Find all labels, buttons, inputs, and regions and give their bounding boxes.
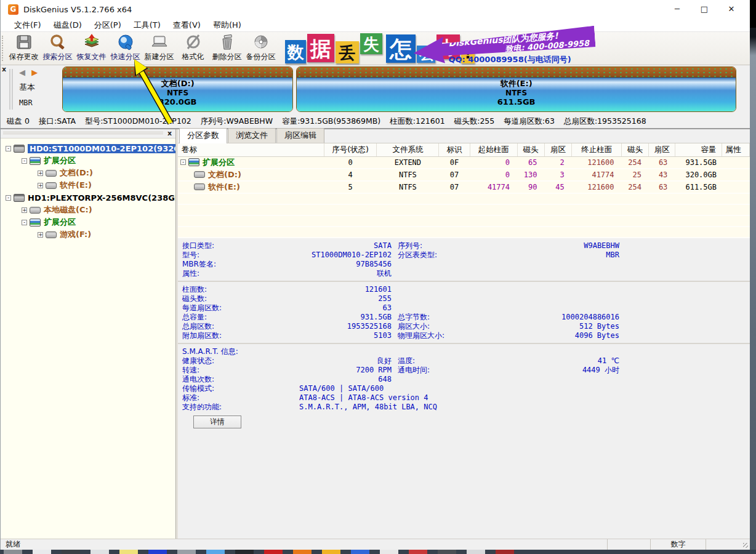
- partition-block-d[interactable]: 文档(D:) NTFS 320.0GB: [62, 66, 293, 112]
- tree-item-games-f[interactable]: + 游戏(F:): [1, 228, 175, 241]
- taskbar-icon[interactable]: [409, 550, 427, 554]
- detail-label: 接口类型:: [182, 241, 275, 251]
- resize-grip[interactable]: [740, 539, 750, 550]
- menu-view[interactable]: 查看(V): [167, 18, 207, 32]
- col-header[interactable]: 属性: [722, 143, 749, 156]
- col-header[interactable]: 磁头: [517, 143, 544, 156]
- taskbar-icon[interactable]: [90, 550, 109, 554]
- format-button[interactable]: 格式化: [176, 32, 210, 65]
- tree-item-docs-d[interactable]: + 文档(D:): [1, 167, 175, 179]
- table-row-docs-d[interactable]: 文档(D:) 4 NTFS 07 0 130 3 41774 25 43 320…: [178, 169, 750, 181]
- col-header[interactable]: 起始柱面: [470, 143, 517, 156]
- tree-toggle-icon[interactable]: -: [22, 220, 27, 225]
- taskbar-icon[interactable]: [293, 550, 312, 554]
- tree-item-hd0[interactable]: - HD0:ST1000DM010-2EP102(932GB): [1, 142, 175, 155]
- tree-item-local-c[interactable]: + 本地磁盘(C:): [1, 204, 175, 216]
- panel-filler: [178, 431, 750, 539]
- tab-sector-edit[interactable]: 扇区编辑: [276, 128, 324, 143]
- detail-label: 属性:: [182, 269, 275, 278]
- new-partition-icon: [150, 34, 169, 51]
- taskbar-icon[interactable]: [380, 550, 398, 554]
- tree-item-extended-hd0[interactable]: - 扩展分区: [1, 155, 175, 167]
- taskbar-icon[interactable]: [206, 550, 225, 554]
- overview-splitter[interactable]: [9, 69, 13, 110]
- col-header[interactable]: 卷标: [178, 143, 324, 156]
- prev-disk-arrow-icon[interactable]: ◀: [19, 68, 27, 77]
- backup-partition-button[interactable]: 备份分区: [244, 32, 278, 65]
- disk-identity-section: 接口类型:SATA序列号:W9ABEBHW 型号:ST1000DM010-2EP…: [178, 238, 750, 282]
- ad-banner[interactable]: 数 据 丢 失 怎 么 办 ! DiskGenius团队为您服务! 致电: 40…: [285, 32, 596, 65]
- disk-icon: [14, 145, 25, 153]
- smart-details-button[interactable]: 详情: [193, 416, 241, 428]
- taskbar-icon[interactable]: [322, 550, 340, 554]
- tree-toggle-icon[interactable]: +: [38, 232, 43, 238]
- col-header[interactable]: 终止柱面: [572, 143, 622, 156]
- taskbar-icon[interactable]: [33, 550, 51, 554]
- close-button[interactable]: ✕: [718, 0, 745, 18]
- menu-tools[interactable]: 工具(T): [127, 18, 167, 32]
- row-toggle-icon[interactable]: -: [180, 159, 186, 165]
- menu-disk[interactable]: 磁盘(D): [47, 18, 88, 32]
- recover-files-button[interactable]: 恢复文件: [74, 32, 108, 65]
- tree-close-icon[interactable]: x: [167, 129, 172, 138]
- tree-item-hd1[interactable]: - HD1:PLEXTORPX-256M8VC(238GB): [1, 191, 175, 204]
- tree-item-extended-hd1[interactable]: - 扩展分区: [1, 216, 175, 228]
- title-bar: G DiskGenius V5.1.2.766 x64 ─ □ ✕: [1, 0, 750, 18]
- taskbar-icon[interactable]: [62, 550, 80, 554]
- col-header[interactable]: 文件系统: [377, 143, 439, 156]
- col-header[interactable]: 扇区: [544, 143, 571, 156]
- detail-label: 总扇区数:: [182, 322, 275, 331]
- save-changes-button[interactable]: 保存更改: [7, 32, 41, 65]
- taskbar-icon[interactable]: [177, 550, 196, 554]
- menu-partition[interactable]: 分区(P): [88, 18, 127, 32]
- disk-info-bar: 磁盘 0 接口:SATA 型号:ST1000DM010-2EP102 序列号:W…: [1, 114, 750, 129]
- table-row-soft-e[interactable]: 软件(E:) 5 NTFS 07 41774 90 45 121600 254 …: [178, 181, 750, 193]
- taskbar-icon[interactable]: [119, 550, 138, 554]
- toolbar-label: 快速分区: [111, 52, 140, 62]
- overview-close-icon[interactable]: x: [2, 65, 6, 73]
- maximize-button[interactable]: □: [691, 0, 718, 18]
- quick-partition-button[interactable]: 快速分区: [108, 32, 142, 65]
- taskbar-icon[interactable]: [496, 550, 514, 554]
- detail-value: ST1000DM010-2EP102: [275, 251, 392, 260]
- tree-toggle-icon[interactable]: -: [6, 146, 11, 151]
- menu-file[interactable]: 文件(F): [8, 18, 47, 32]
- ad-qq: QQ: 4000089958(与电话同号): [424, 54, 595, 65]
- disk-field: 型号:ST1000DM010-2EP102: [85, 116, 191, 127]
- detail-value: 97B85456: [275, 260, 392, 269]
- col-header[interactable]: 序号(状态): [324, 143, 377, 156]
- col-header[interactable]: 容量: [675, 143, 722, 156]
- col-header[interactable]: 磁头: [622, 143, 649, 156]
- table-row-empty: [178, 204, 750, 215]
- taskbar-icon[interactable]: [264, 550, 283, 554]
- tab-browse-files[interactable]: 浏览文件: [228, 128, 276, 143]
- tree-item-label: 软件(E:): [60, 180, 92, 191]
- partition-fs: NTFS: [63, 89, 292, 97]
- taskbar-icon[interactable]: [235, 550, 254, 554]
- extended-partition-band: [63, 67, 292, 78]
- taskbar-icon[interactable]: [148, 550, 167, 554]
- toolbar-grip[interactable]: [2, 36, 6, 61]
- tree-toggle-icon[interactable]: -: [6, 195, 11, 201]
- partition-block-e[interactable]: 软件(E:) NTFS 611.5GB: [296, 66, 736, 112]
- tree-toggle-icon[interactable]: +: [38, 171, 43, 176]
- taskbar-icon[interactable]: [351, 550, 369, 554]
- delete-partition-button[interactable]: 删除分区: [210, 32, 244, 65]
- tree-toggle-icon[interactable]: -: [22, 158, 27, 164]
- tree-toggle-icon[interactable]: +: [38, 183, 43, 188]
- taskbar-icon[interactable]: [438, 550, 456, 554]
- search-partition-button[interactable]: 搜索分区: [41, 32, 74, 65]
- minimize-button[interactable]: ─: [664, 0, 691, 18]
- table-row-extended[interactable]: -扩展分区 0 EXTEND 0F 0 65 2 121600 254 63 9…: [178, 156, 750, 169]
- taskbar-icon[interactable]: [467, 550, 485, 554]
- taskbar-icon[interactable]: [4, 550, 22, 554]
- tree-item-soft-e[interactable]: + 软件(E:): [1, 179, 175, 191]
- col-header[interactable]: 扇区: [649, 143, 675, 156]
- tree-toggle-icon[interactable]: +: [22, 207, 27, 213]
- menu-help[interactable]: 帮助(H): [207, 18, 247, 32]
- taskbar[interactable]: [0, 550, 756, 554]
- tab-partition-params[interactable]: 分区参数: [179, 128, 227, 143]
- col-header[interactable]: 标识: [439, 143, 470, 156]
- new-partition-button[interactable]: 新建分区: [142, 32, 176, 65]
- next-disk-arrow-icon[interactable]: ▶: [31, 68, 39, 77]
